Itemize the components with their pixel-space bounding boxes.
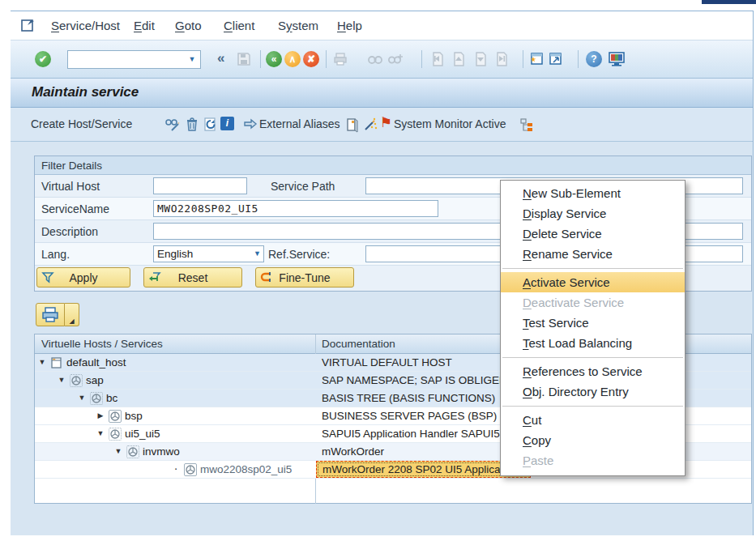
external-aliases-button[interactable]: External Aliases [259, 117, 340, 130]
menu-client[interactable]: Client [224, 19, 254, 32]
first-page-icon[interactable] [429, 51, 446, 67]
doc-cell[interactable]: SAPUI5 Application Handler SAPUI5 App [322, 428, 522, 440]
description-label: Description [41, 225, 98, 238]
service-name-input[interactable]: MWO2208SP02_UI5 [153, 200, 438, 217]
customize-layout-icon[interactable] [608, 51, 624, 67]
menu-item-delete-service[interactable]: Delete Service [501, 224, 685, 244]
context-menu: New Sub-Element Display Service Delete S… [500, 180, 686, 476]
command-field[interactable]: ▼ [67, 50, 201, 69]
fine-tune-button[interactable]: Fine-Tune [255, 267, 354, 288]
toolbar-separator [523, 50, 523, 68]
selected-doc-text: mWorkOrder 2208 SP02 UI5 Application [322, 463, 518, 475]
ref-service-label: Ref.Service: [268, 248, 330, 261]
tree-node-label[interactable]: bsp [125, 410, 143, 422]
column-header-documentation[interactable]: Documentation [322, 334, 395, 354]
tree-node-label[interactable]: ui5_ui5 [125, 428, 160, 440]
menu-item-new-sub-element[interactable]: New Sub-Element [501, 183, 685, 203]
service-icon [184, 463, 197, 476]
sap-gui-window: Service/Host Edit Goto Client System Hel… [0, 0, 756, 541]
menu-system[interactable]: System [278, 19, 318, 32]
lang-select[interactable]: English ▼ [153, 245, 264, 262]
menu-item-deactivate-service: Deactivate Service [501, 292, 685, 313]
host-icon [50, 356, 63, 369]
info-icon[interactable]: i [220, 117, 237, 133]
print-options-dropdown[interactable]: ◢ [65, 303, 79, 326]
expander-icon[interactable]: ▼ [113, 447, 123, 455]
expander-icon[interactable]: ▼ [37, 358, 47, 366]
menu-item-activate-service[interactable]: Activate Service [501, 272, 685, 292]
create-host-service-button[interactable]: Create Host/Service [31, 117, 132, 130]
menu-item-display-service[interactable]: Display Service [501, 203, 685, 224]
page-down-icon[interactable] [472, 51, 489, 67]
doc-cell[interactable]: VIRTUAL DEFAULT HOST [322, 356, 452, 368]
system-monitor-active-label: System Monitor Active [394, 117, 506, 130]
menu-item-test-load-balancing[interactable]: Test Load Balancing [501, 333, 685, 353]
expander-icon[interactable]: ▼ [57, 376, 66, 384]
hierarchy-icon[interactable] [519, 117, 535, 133]
expander-icon[interactable]: ▼ [96, 429, 105, 437]
print-tree-button[interactable] [36, 303, 65, 326]
wizard-wand-icon[interactable] [362, 117, 378, 133]
title-bar: Maintain service [11, 79, 753, 108]
menu-help[interactable]: Help [337, 19, 362, 32]
lang-label: Lang. [41, 248, 70, 261]
toolbar-separator [326, 50, 327, 68]
virtual-host-input[interactable] [153, 177, 247, 194]
menu-item-copy[interactable]: Copy [501, 430, 685, 450]
display-change-icon[interactable] [164, 117, 181, 133]
external-aliases-arrow-icon[interactable] [242, 117, 258, 133]
enter-icon[interactable]: ✔ [35, 51, 51, 67]
service-icon [126, 445, 139, 458]
tree-node-label[interactable]: bc [106, 392, 117, 404]
print-icon[interactable] [332, 51, 348, 67]
find-next-icon[interactable] [387, 51, 404, 67]
reset-button[interactable]: Reset [143, 267, 242, 288]
menu-item-cut[interactable]: Cut [501, 410, 685, 430]
doc-cell[interactable]: BASIS TREE (BASIS FUNCTIONS) [322, 392, 495, 404]
standard-toolbar: ✔ ▼ « « ∧ ✘ [11, 40, 753, 79]
menu-goto[interactable]: Goto [175, 19, 202, 32]
column-header-hosts[interactable]: Virtuelle Hosts / Services [41, 334, 163, 354]
back-icon[interactable]: « [266, 51, 282, 67]
menu-service-host[interactable]: Service/Host [51, 19, 120, 32]
filter-details-title: Filter Details [35, 156, 751, 175]
service-path-label: Service Path [271, 180, 335, 193]
lang-dropdown-icon[interactable]: ▼ [254, 249, 261, 258]
last-page-icon[interactable] [493, 51, 510, 67]
refresh-icon[interactable] [203, 117, 219, 133]
delete-icon[interactable] [184, 117, 200, 133]
menu-edit[interactable]: Edit [134, 19, 155, 32]
background-window-edge [702, 0, 756, 4]
expander-icon[interactable]: ▶ [96, 411, 105, 420]
lang-selected-value: English [157, 248, 193, 260]
help-icon[interactable]: ? [586, 51, 602, 67]
service-icon [109, 410, 122, 423]
service-icon [109, 428, 122, 441]
system-menu-icon[interactable] [20, 18, 36, 37]
command-dropdown-icon[interactable]: ▼ [186, 53, 199, 66]
menu-bar: Service/Host Edit Goto Client System Hel… [11, 11, 753, 40]
menu-item-references-to-service[interactable]: References to Service [501, 361, 685, 381]
page-up-icon[interactable] [451, 51, 467, 67]
doc-cell[interactable]: mWorkOrder [322, 445, 384, 458]
tree-node-label[interactable]: mwo2208sp02_ui5 [200, 463, 292, 475]
expander-icon[interactable]: ▼ [77, 394, 87, 402]
create-shortcut-icon[interactable] [548, 51, 564, 67]
port-icon[interactable] [344, 117, 361, 133]
apply-button[interactable]: Apply [36, 267, 130, 288]
menu-item-test-service[interactable]: Test Service [501, 313, 685, 333]
find-icon[interactable] [367, 51, 383, 67]
exit-icon[interactable]: ∧ [284, 51, 301, 67]
menu-item-obj-directory-entry[interactable]: Obj. Directory Entry [501, 381, 685, 402]
new-session-icon[interactable] [528, 51, 545, 67]
menu-separator [501, 264, 685, 272]
collapse-icon[interactable]: « [217, 50, 224, 66]
tree-node-label[interactable]: sap [86, 374, 104, 386]
selected-doc-cell[interactable]: mWorkOrder 2208 SP02 UI5 Application [316, 461, 531, 478]
save-icon[interactable] [236, 51, 252, 67]
toolbar-separator [578, 50, 579, 68]
tree-node-label[interactable]: invmwo [143, 445, 180, 458]
menu-item-rename-service[interactable]: Rename Service [501, 244, 685, 264]
cancel-icon[interactable]: ✘ [303, 51, 319, 67]
tree-node-label[interactable]: default_host [66, 356, 126, 368]
